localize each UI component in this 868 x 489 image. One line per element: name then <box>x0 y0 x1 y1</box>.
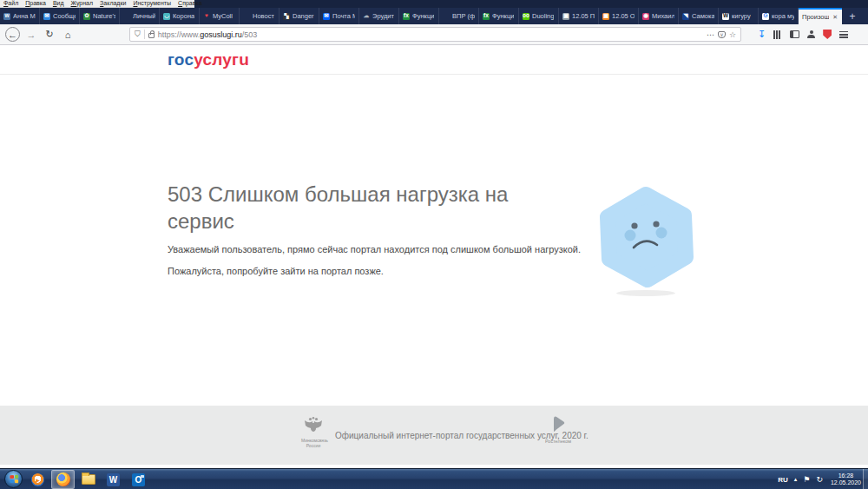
gosuslugi-logo[interactable]: госуслугu <box>168 50 249 69</box>
account-icon[interactable] <box>807 30 815 38</box>
taskbar-firefox-icon[interactable] <box>51 470 75 489</box>
back-button[interactable]: ← <box>5 27 20 42</box>
tab-favicon-icon: ◡ <box>163 13 170 20</box>
tab-favicon-icon <box>443 13 450 20</box>
library-icon[interactable] <box>773 30 782 39</box>
menu-item[interactable]: Журнал <box>71 0 94 7</box>
forward-button[interactable]: → <box>24 28 38 42</box>
tab-favicon-icon: ✿ <box>83 13 90 20</box>
tab-active-error-page[interactable]: Произош ✕ <box>799 8 842 24</box>
tab-title: Nature's <box>93 12 115 20</box>
firefox-app-icon <box>56 472 70 486</box>
taskbar-wmp-icon[interactable]: ▶ <box>26 470 49 489</box>
tab[interactable]: ▣12.05 П <box>559 8 599 24</box>
tab-favicon-icon: ✉ <box>43 13 50 20</box>
tab-title: Личный <box>133 12 155 20</box>
hidden-icons-chevron[interactable]: ▴ <box>794 476 798 483</box>
start-button[interactable] <box>4 470 23 488</box>
menu-item[interactable]: Файл <box>3 0 18 7</box>
tab[interactable]: ◥Самока <box>679 8 719 24</box>
taskbar-outlook-icon[interactable]: O <box>127 470 150 489</box>
toolbar-right-icons: ↧ <box>758 29 848 40</box>
menu-item[interactable]: Правка <box>25 0 46 7</box>
menu-item[interactable]: Вид <box>53 0 64 7</box>
downloads-icon[interactable]: ↧ <box>758 29 766 40</box>
tab[interactable]: ✿Nature's <box>80 8 120 24</box>
tab[interactable]: ♥MyColl <box>200 8 240 24</box>
menu-item[interactable]: Справка <box>178 0 201 7</box>
tab-title: 12.05 О <box>612 12 635 20</box>
sidebar-icon[interactable] <box>790 30 799 38</box>
lock-icon[interactable] <box>148 33 155 38</box>
tab-close-icon[interactable]: ✕ <box>832 14 838 21</box>
new-tab-button[interactable]: + <box>842 8 863 24</box>
tab[interactable]: ВПР (ф <box>439 8 479 24</box>
reload-button[interactable]: ↻ <box>43 28 56 42</box>
tab-favicon-icon: W <box>722 13 729 20</box>
menu-item[interactable]: Инструменты <box>133 0 171 7</box>
tab-favicon-icon <box>123 13 130 20</box>
url-bar[interactable]: ⛉ https://www.gosuslugi.ru/503 ⋯ ∨ ☆ <box>129 27 741 42</box>
tracking-protection-shield-icon[interactable]: ⛉ <box>135 30 141 39</box>
tab[interactable]: Новост <box>240 8 279 24</box>
sync-tray-icon[interactable]: ↻ <box>816 475 823 484</box>
pocket-icon[interactable]: ∨ <box>718 31 726 38</box>
menu-item[interactable]: Закладки <box>100 0 126 7</box>
action-center-flag-icon[interactable]: ⚑ <box>803 475 810 484</box>
outlook-app-icon: O <box>132 473 145 486</box>
ministry-emblem: Минкомсвязь России <box>301 416 326 448</box>
tab[interactable]: ☁Эрудит <box>359 8 399 24</box>
bookmark-star-icon[interactable]: ☆ <box>729 30 736 39</box>
tab[interactable]: ◉Михаил <box>639 8 679 24</box>
tab[interactable]: fxФункци <box>399 8 439 24</box>
tab-title: ВПР (ф <box>452 12 475 20</box>
tab[interactable]: ✉Почта M <box>319 8 359 24</box>
urlbar-separator <box>144 30 145 39</box>
taskbar-word-icon[interactable]: W <box>102 470 125 489</box>
tab[interactable]: Gкора му <box>759 8 799 24</box>
tab[interactable]: fxФункци <box>479 8 519 24</box>
navigation-toolbar: ← → ↻ ⌂ ⛉ https://www.gosuslugi.ru/503 ⋯… <box>0 24 868 45</box>
show-desktop-button[interactable] <box>863 469 868 489</box>
tab-title: Duoling <box>532 12 554 20</box>
page-content: госуслугu 503 Слишком большая нагрузка н… <box>0 46 868 468</box>
home-button[interactable]: ⌂ <box>61 28 75 42</box>
tab[interactable]: ▣12.05 О <box>599 8 639 24</box>
tab-title: Функци <box>492 12 514 20</box>
tray-time: 16:28 <box>831 472 861 479</box>
tab-title: Произош <box>802 13 829 21</box>
taskbar-explorer-icon[interactable] <box>76 470 100 489</box>
tab-title: кора му <box>772 12 794 20</box>
browser-title-bar: ФайлПравкаВидЖурналЗакладкиИнструментыСп… <box>0 0 868 8</box>
emblem-caption: Минкомсвязь России <box>301 438 326 448</box>
sad-blob-illustration <box>592 182 700 297</box>
tab-title: Danger <box>293 12 314 20</box>
tab[interactable]: wАнна М <box>0 8 40 24</box>
tab[interactable]: ◡Корона <box>160 8 200 24</box>
tab-favicon-icon: ✉ <box>323 13 330 20</box>
menu-hamburger-icon[interactable] <box>839 31 848 38</box>
page-actions-icon[interactable]: ⋯ <box>707 30 714 39</box>
tab[interactable]: Личный <box>120 8 160 24</box>
rostelecom-icon <box>549 414 567 433</box>
screen: { "menu_bar": { "items": ["Файл","Правка… <box>0 0 868 489</box>
tab[interactable]: Wкигуру <box>719 8 759 24</box>
tab-favicon-icon: G <box>762 13 769 20</box>
error-heading: 503 Слишком большая нагрузка на сервис <box>168 181 549 235</box>
coat-of-arms-icon <box>303 416 324 433</box>
tab[interactable]: ooDuoling <box>519 8 559 24</box>
tab-favicon-icon: ☁ <box>363 13 370 20</box>
error-paragraph-1: Уважаемый пользователь, прямо сейчас пор… <box>168 244 581 254</box>
tab-bar: wАнна М✉Сообще✿Nature'sЛичный◡Корона♥MyC… <box>0 8 868 24</box>
tray-clock[interactable]: 16:28 12.05.2020 <box>831 472 861 486</box>
system-tray: RU ▴ ⚑ ↻ 16:28 12.05.2020 <box>778 469 861 489</box>
tab-title: Функци <box>412 12 434 20</box>
adblock-shield-icon[interactable] <box>823 30 832 39</box>
tab-favicon-icon: fx <box>403 13 410 20</box>
language-indicator[interactable]: RU <box>778 476 788 484</box>
url-text[interactable]: https://www.gosuslugi.ru/503 <box>158 30 703 39</box>
tab-title: Самока <box>692 12 714 20</box>
tab[interactable]: ▚Danger <box>279 8 319 24</box>
tab[interactable]: ✉Сообще <box>40 8 80 24</box>
tab-favicon-icon: ◥ <box>682 13 689 20</box>
